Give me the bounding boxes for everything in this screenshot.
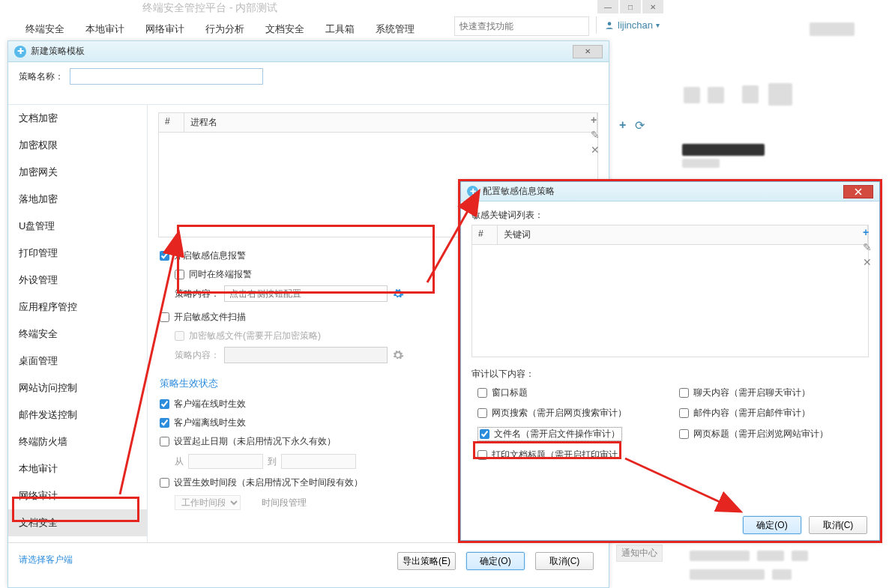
policy-name-label: 策略名称： — [19, 70, 64, 83]
audit-grid: 窗口标题 聊天内容（需开启聊天审计） 网页搜索（需开启网页搜索审计） 邮件内容（… — [471, 385, 869, 463]
audit-web-search-checkbox[interactable] — [477, 408, 487, 418]
sidebar-item[interactable]: U盘管理 — [8, 213, 147, 240]
sidebar-item[interactable]: 文档加密 — [8, 105, 147, 132]
delete-keyword-icon[interactable]: ✕ — [863, 256, 872, 268]
audit-print-title-checkbox[interactable] — [477, 450, 487, 460]
add-row-icon[interactable]: + — [591, 114, 600, 126]
sidebar-item-active[interactable]: 文档安全 — [8, 509, 147, 536]
also-alarm-terminal-label: 同时在终端报警 — [189, 268, 252, 281]
close-button[interactable]: ✕ — [642, 0, 663, 13]
audit-mail-checkbox[interactable] — [679, 408, 689, 418]
maximize-button[interactable]: □ — [620, 0, 641, 13]
edit-keyword-icon[interactable]: ✎ — [863, 241, 872, 253]
policy-name-input[interactable] — [70, 68, 263, 85]
dialog2-footer: 确定(O) 取消(C) — [461, 510, 879, 540]
policy-content-label: 策略内容： — [175, 288, 220, 300]
client-online-checkbox[interactable] — [160, 399, 169, 409]
also-alarm-terminal-checkbox[interactable] — [175, 270, 184, 279]
process-table-actions: + ✎ ✕ — [591, 114, 600, 156]
nav-item[interactable]: 工具箱 — [315, 16, 365, 42]
add-keyword-icon[interactable]: + — [863, 226, 872, 238]
nav-item[interactable]: 系统管理 — [365, 16, 425, 42]
edit-row-icon[interactable]: ✎ — [591, 129, 600, 141]
keyword-table-actions: + ✎ ✕ — [863, 226, 872, 268]
nav-item[interactable]: 网络审计 — [135, 16, 195, 42]
dialog2-titlebar: ✚ 配置敏感信息策略 — [461, 182, 879, 201]
user-icon — [604, 20, 615, 31]
blur-placeholder — [768, 83, 792, 106]
sidebar-item[interactable]: 终端安全 — [8, 321, 147, 348]
time-range-checkbox[interactable] — [160, 478, 169, 488]
sidebar-item[interactable]: 应用程序管控 — [8, 294, 147, 321]
encrypt-sensitive-checkbox — [175, 331, 184, 341]
dialog2-ok-button[interactable]: 确定(O) — [743, 516, 801, 534]
dialog-title: 新建策略模板 — [31, 45, 573, 58]
sidebar-item[interactable]: 加密权限 — [8, 132, 147, 159]
sidebar-item[interactable]: 本地审计 — [8, 455, 147, 482]
dialog2-close-button[interactable] — [843, 185, 873, 198]
sidebar-item[interactable]: 网站访问控制 — [8, 375, 147, 401]
to-label: 到 — [268, 455, 277, 468]
audit-web-title-label: 网页标题（需开启浏览网站审计） — [693, 428, 828, 440]
export-policy-button[interactable]: 导出策略(E) — [397, 552, 456, 570]
notification-center[interactable]: 通知中心 — [616, 545, 663, 562]
delete-row-icon[interactable]: ✕ — [591, 144, 600, 156]
keyword-table-header: # 关键词 — [471, 225, 869, 245]
nav-item[interactable]: 文档安全 — [255, 16, 315, 42]
sidebar-item[interactable]: 桌面管理 — [8, 348, 147, 375]
encrypt-sensitive-label: 加密敏感文件(需要开启加密策略) — [189, 330, 321, 342]
audit-label: 审计以下内容： — [471, 368, 869, 381]
user-menu[interactable]: lijinchan ▾ — [596, 16, 667, 34]
svg-point-0 — [608, 22, 612, 25]
blur-placeholder — [690, 551, 750, 561]
sidebar-item[interactable]: 终端防火墙 — [8, 428, 147, 455]
audit-chat-checkbox[interactable] — [679, 388, 689, 398]
policy-category-sidebar: 文档加密 加密权限 加密网关 落地加密 U盘管理 打印管理 外设管理 应用程序管… — [8, 104, 148, 560]
sidebar-item[interactable]: 外设管理 — [8, 267, 147, 294]
audit-window-title-checkbox[interactable] — [477, 388, 487, 398]
toolbar-icons: + ⟳ — [619, 118, 645, 133]
chevron-down-icon: ▾ — [656, 21, 660, 29]
blur-placeholder — [708, 87, 724, 103]
minimize-button[interactable]: — — [597, 0, 618, 13]
keyword-list-label: 敏感关键词列表： — [471, 209, 869, 222]
time-period-select: 工作时间段 — [175, 495, 241, 510]
audit-web-title-checkbox[interactable] — [679, 429, 689, 439]
audit-web-search-label: 网页搜索（需开启网页搜索审计） — [492, 407, 627, 419]
policy-content-input[interactable] — [224, 285, 388, 302]
blur-placeholder — [684, 87, 700, 103]
config-sensitive-info-dialog: ✚ 配置敏感信息策略 敏感关键词列表： # 关键词 + ✎ ✕ 审计以下内容： … — [460, 181, 880, 541]
col-process-name: 进程名 — [184, 113, 597, 132]
add-icon[interactable]: + — [619, 118, 626, 133]
date-range-checkbox[interactable] — [160, 437, 169, 446]
nav-item[interactable]: 本地审计 — [75, 16, 135, 42]
open-sensitive-scan-checkbox[interactable] — [160, 312, 169, 322]
policy-name-row: 策略名称： — [19, 68, 263, 85]
audit-window-title-label: 窗口标题 — [492, 387, 528, 399]
audit-mail-label: 邮件内容（需开启邮件审计） — [693, 407, 810, 419]
from-label: 从 — [175, 455, 184, 468]
period-manage-link: 时间段管理 — [262, 497, 307, 509]
open-sensitive-scan-label: 开启敏感文件扫描 — [174, 311, 246, 324]
global-search-input[interactable] — [454, 16, 589, 36]
open-sensitive-alarm-checkbox[interactable] — [160, 251, 169, 261]
dialog2-cancel-button[interactable]: 取消(C) — [809, 516, 867, 534]
cancel-button[interactable]: 取消(C) — [535, 552, 594, 570]
dialog-close-button[interactable]: ✕ — [573, 45, 603, 58]
sidebar-item[interactable]: 打印管理 — [8, 240, 147, 267]
sidebar-item[interactable]: 加密网关 — [8, 159, 147, 186]
nav-item[interactable]: 终端安全 — [15, 16, 75, 42]
refresh-icon[interactable]: ⟳ — [635, 118, 645, 133]
audit-print-title-label: 打印文档标题（需开启打印审计） — [492, 449, 627, 461]
audit-filename-checkbox[interactable] — [480, 429, 489, 439]
nav-item[interactable]: 行为分析 — [195, 16, 255, 42]
select-client-link[interactable]: 请选择客户端 — [19, 554, 73, 566]
gear-icon[interactable] — [392, 288, 404, 300]
sidebar-item[interactable]: 邮件发送控制 — [8, 401, 147, 428]
sidebar-item[interactable]: 网络审计 — [8, 482, 147, 509]
blur-placeholder — [810, 22, 855, 36]
ok-button[interactable]: 确定(O) — [466, 552, 525, 570]
client-offline-checkbox[interactable] — [160, 418, 169, 428]
sidebar-item[interactable]: 落地加密 — [8, 186, 147, 213]
window-controls: — □ ✕ — [596, 0, 663, 13]
